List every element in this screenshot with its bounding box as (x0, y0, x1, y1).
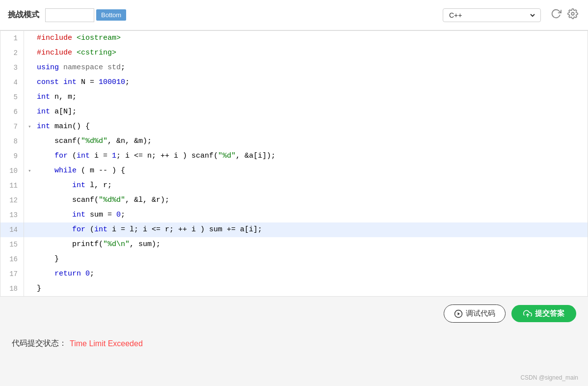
code-line-3: 3 using namespace std; (0, 60, 588, 75)
code-line-6: 6 int a[N]; (0, 105, 588, 119)
play-icon (454, 309, 463, 318)
code-line-15: 15 printf("%d\n", sum); (0, 237, 588, 252)
code-content-9: for (int i = 1; i <= n; ++ i ) scanf("%d… (35, 149, 588, 164)
refresh-button[interactable] (549, 6, 563, 24)
action-bar: 调试代码 提交答案 (0, 297, 588, 331)
code-line-12: 12 scanf("%d%d", &l, &r); (0, 193, 588, 208)
code-content-3: using namespace std; (35, 60, 588, 75)
bottom-button[interactable]: Bottom (96, 9, 126, 21)
line-num-12: 12 (0, 193, 24, 208)
top-input[interactable] (45, 8, 94, 22)
line-num-3: 3 (0, 60, 24, 75)
submit-label: 提交答案 (535, 309, 564, 318)
line-num-13: 13 (0, 208, 24, 222)
toggle-10[interactable]: ▾ (28, 164, 35, 178)
line-num-15: 15 (0, 237, 24, 252)
code-content-15: printf("%d\n", sum); (35, 237, 588, 252)
status-value: Time Limit Exceeded (70, 339, 143, 348)
code-line-17: 17 return 0; (0, 267, 588, 281)
line-num-10: 10 (0, 164, 24, 178)
line-num-9: 9 (0, 149, 24, 164)
line-num-6: 6 (0, 105, 24, 119)
code-content-1: #include <iostream> (35, 31, 588, 46)
top-bar: 挑战模式 Bottom C++ Java Python C (0, 0, 588, 30)
refresh-icon (551, 8, 561, 19)
code-content-8: scanf("%d%d", &n, &m); (35, 134, 588, 149)
status-label: 代码提交状态： (12, 338, 67, 349)
code-line-5: 5 int n, m; (0, 90, 588, 105)
line-num-18: 18 (0, 281, 24, 296)
toggle-7[interactable]: ▾ (28, 119, 35, 134)
code-content-13: int sum = 0; (35, 208, 588, 222)
line-num-17: 17 (0, 267, 24, 281)
code-line-16: 16 } (0, 252, 588, 267)
code-content-2: #include <cstring> (35, 46, 588, 60)
code-line-11: 11 int l, r; (0, 178, 588, 193)
code-content-10: while ( m -- ) { (35, 164, 588, 178)
challenge-label: 挑战模式 (8, 10, 39, 20)
code-content-11: int l, r; (35, 178, 588, 193)
code-line-7: 7 ▾ int main() { (0, 119, 588, 134)
line-num-5: 5 (0, 90, 24, 105)
submit-button[interactable]: 提交答案 (511, 305, 576, 322)
code-content-6: int a[N]; (35, 105, 588, 119)
line-num-8: 8 (0, 134, 24, 149)
code-content-17: return 0; (35, 267, 588, 281)
settings-button[interactable] (565, 6, 580, 24)
svg-point-0 (571, 12, 574, 15)
code-editor[interactable]: 1 #include <iostream> 2 #include <cstrin… (0, 30, 588, 297)
code-content-18: } (35, 281, 588, 296)
code-content-16: } (35, 252, 588, 267)
line-num-4: 4 (0, 75, 24, 90)
code-content-5: int n, m; (35, 90, 588, 105)
code-line-18: 18 } (0, 281, 588, 296)
lang-select-wrap: C++ Java Python C (443, 8, 541, 22)
upload-icon (523, 309, 532, 318)
status-bar: 代码提交状态： Time Limit Exceeded (0, 331, 588, 357)
line-num-11: 11 (0, 178, 24, 193)
debug-label: 调试代码 (466, 309, 495, 318)
code-content-12: scanf("%d%d", &l, &r); (35, 193, 588, 208)
code-line-2: 2 #include <cstring> (0, 46, 588, 60)
code-line-13: 13 int sum = 0; (0, 208, 588, 222)
line-num-16: 16 (0, 252, 24, 267)
svg-marker-2 (458, 312, 460, 315)
code-line-9: 9 for (int i = 1; i <= n; ++ i ) scanf("… (0, 149, 588, 164)
code-line-14: 14 for (int i = l; i <= r; ++ i ) sum +=… (0, 222, 588, 237)
language-select[interactable]: C++ Java Python C (447, 11, 536, 20)
code-content-7: int main() { (35, 119, 588, 134)
line-num-14: 14 (0, 222, 24, 237)
gear-icon (567, 8, 578, 19)
footer-text: CSDN @signed_main (520, 374, 578, 381)
code-line-1: 1 #include <iostream> (0, 31, 588, 46)
debug-button[interactable]: 调试代码 (444, 304, 506, 323)
code-content-14: for (int i = l; i <= r; ++ i ) sum += a[… (35, 222, 588, 237)
code-line-10: 10 ▾ while ( m -- ) { (0, 164, 588, 178)
line-num-7: 7 (0, 119, 24, 134)
code-content-4: const int N = 100010; (35, 75, 588, 90)
code-line-8: 8 scanf("%d%d", &n, &m); (0, 134, 588, 149)
footer-note: CSDN @signed_main (520, 374, 578, 381)
line-num-1: 1 (0, 31, 24, 46)
code-line-4: 4 const int N = 100010; (0, 75, 588, 90)
line-num-2: 2 (0, 46, 24, 60)
